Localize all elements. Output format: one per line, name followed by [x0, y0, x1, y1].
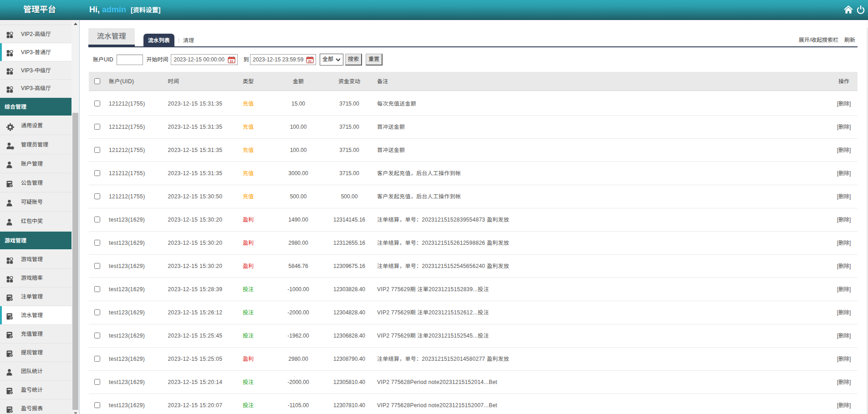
svg-text:31: 31 — [230, 60, 234, 63]
svg-text:31: 31 — [308, 60, 312, 63]
